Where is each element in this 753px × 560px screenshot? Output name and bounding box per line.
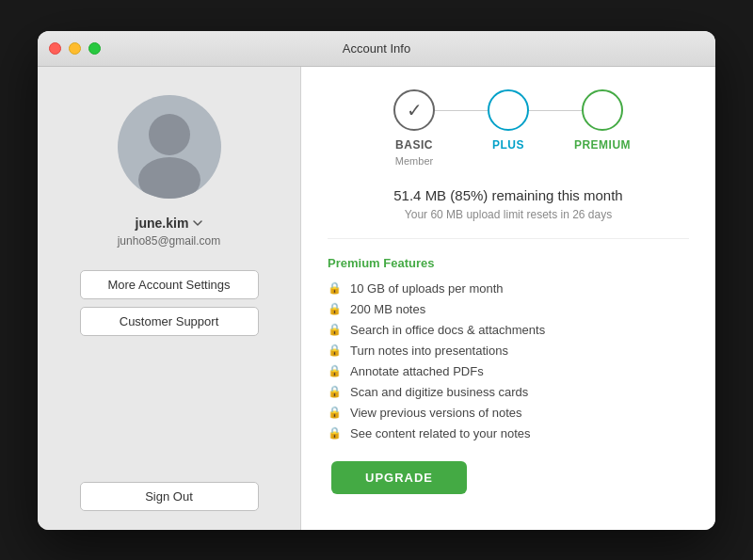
close-button[interactable] bbox=[49, 42, 61, 55]
plan-plus-circle bbox=[488, 89, 529, 131]
svg-point-1 bbox=[138, 157, 200, 199]
svg-point-0 bbox=[149, 114, 190, 155]
more-account-settings-button[interactable]: More Account Settings bbox=[80, 270, 259, 299]
feature-text: View previous versions of notes bbox=[350, 406, 522, 420]
plan-tiers: ✓ BASIC Member PLUS PREMIUM bbox=[328, 89, 689, 167]
list-item: 🔒 Scan and digitize business cards bbox=[328, 385, 689, 399]
chevron-down-icon[interactable] bbox=[193, 220, 202, 226]
lock-icon: 🔒 bbox=[328, 385, 342, 398]
sign-out-button[interactable]: Sign Out bbox=[80, 482, 259, 511]
plan-plus-label: PLUS bbox=[492, 138, 524, 152]
plan-plus[interactable]: PLUS bbox=[461, 89, 555, 152]
titlebar-buttons bbox=[49, 42, 101, 55]
lock-icon: 🔒 bbox=[328, 426, 342, 440]
list-item: 🔒 Annotate attached PDFs bbox=[328, 364, 689, 378]
lock-icon: 🔒 bbox=[328, 344, 342, 357]
customer-support-button[interactable]: Customer Support bbox=[80, 307, 259, 336]
minimize-button[interactable] bbox=[69, 42, 81, 55]
plan-premium-circle bbox=[582, 89, 623, 131]
storage-section: 51.4 MB (85%) remaining this month Your … bbox=[328, 187, 689, 239]
app-window: Account Info june.kim junho85@gmail.com bbox=[38, 31, 715, 530]
storage-sub-text: Your 60 MB upload limit resets in 26 day… bbox=[328, 208, 689, 221]
list-item: 🔒 Turn notes into presentations bbox=[328, 344, 689, 358]
list-item: 🔒 Search in office docs & attachments bbox=[328, 323, 689, 337]
check-icon: ✓ bbox=[407, 101, 423, 120]
lock-icon: 🔒 bbox=[328, 323, 342, 336]
right-panel: ✓ BASIC Member PLUS PREMIUM bbox=[301, 67, 715, 530]
lock-icon: 🔒 bbox=[328, 364, 342, 377]
plan-basic[interactable]: ✓ BASIC Member bbox=[367, 89, 461, 167]
feature-text: See content related to your notes bbox=[350, 426, 531, 440]
feature-text: Scan and digitize business cards bbox=[350, 385, 528, 399]
plan-basic-sublabel: Member bbox=[395, 155, 433, 167]
upgrade-button[interactable]: UPGRADE bbox=[331, 461, 467, 494]
feature-text: Turn notes into presentations bbox=[350, 344, 508, 358]
avatar bbox=[118, 95, 221, 199]
list-item: 🔒 View previous versions of notes bbox=[328, 406, 689, 420]
maximize-button[interactable] bbox=[88, 42, 101, 55]
plan-premium[interactable]: PREMIUM bbox=[555, 89, 649, 152]
window-title: Account Info bbox=[343, 41, 410, 56]
plan-premium-label: PREMIUM bbox=[574, 138, 631, 152]
lock-icon: 🔒 bbox=[328, 281, 342, 295]
feature-text: 200 MB notes bbox=[350, 302, 425, 316]
features-list: 🔒 10 GB of uploads per month 🔒 200 MB no… bbox=[328, 281, 689, 440]
username-row: june.kim bbox=[136, 216, 203, 231]
lock-icon: 🔒 bbox=[328, 302, 342, 315]
main-content: june.kim junho85@gmail.com More Account … bbox=[38, 67, 715, 530]
left-panel: june.kim junho85@gmail.com More Account … bbox=[38, 67, 301, 530]
storage-main-text: 51.4 MB (85%) remaining this month bbox=[328, 187, 689, 203]
plan-basic-label: BASIC bbox=[395, 138, 433, 152]
plan-basic-circle: ✓ bbox=[393, 89, 435, 131]
email-label: junho85@gmail.com bbox=[118, 234, 221, 248]
username-label: june.kim bbox=[136, 216, 189, 231]
titlebar: Account Info bbox=[38, 31, 715, 67]
feature-text: Search in office docs & attachments bbox=[350, 323, 545, 337]
left-action-buttons: More Account Settings Customer Support bbox=[80, 270, 259, 336]
premium-features-title: Premium Features bbox=[328, 256, 689, 270]
feature-text: 10 GB of uploads per month bbox=[350, 281, 504, 296]
list-item: 🔒 10 GB of uploads per month bbox=[328, 281, 689, 296]
list-item: 🔒 200 MB notes bbox=[328, 302, 689, 316]
list-item: 🔒 See content related to your notes bbox=[328, 426, 689, 440]
feature-text: Annotate attached PDFs bbox=[350, 364, 484, 378]
lock-icon: 🔒 bbox=[328, 406, 342, 419]
